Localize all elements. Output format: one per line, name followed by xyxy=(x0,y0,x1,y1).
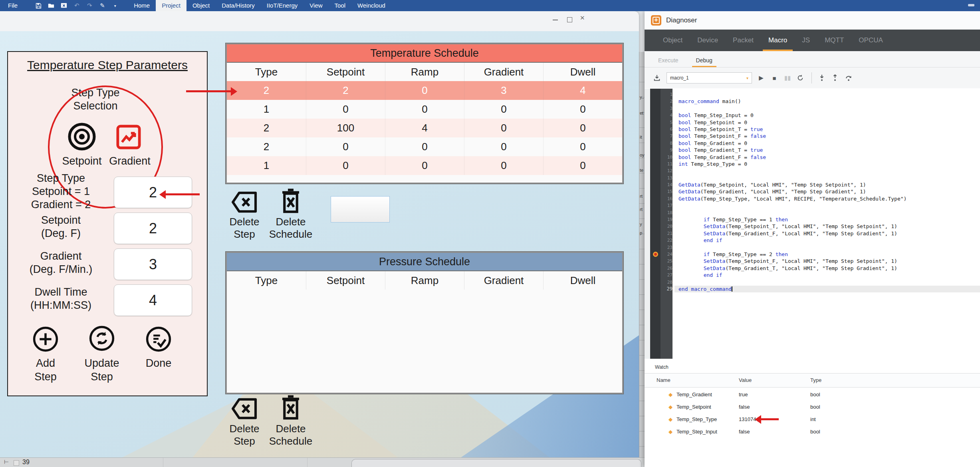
breakpoint-cell[interactable] xyxy=(650,279,661,286)
import-macro-icon[interactable] xyxy=(653,74,661,81)
code-line[interactable]: 7bool Temp_Setpoint_F = false xyxy=(645,133,980,139)
code-line[interactable]: 16GetData(Temp_Step_Type, "Local HMI", R… xyxy=(645,195,980,202)
code-line[interactable]: 12 xyxy=(645,167,980,174)
ribbon-tab-project[interactable]: Project xyxy=(156,0,186,11)
breakpoint-cell[interactable] xyxy=(650,223,661,230)
code-line[interactable]: 14GetData(Temp_Setpoint, "Local HMI", "T… xyxy=(645,181,980,188)
code-line[interactable]: 20 SetData(Temp_Setpoint_T, "Local HMI",… xyxy=(645,223,980,230)
subtab-execute[interactable]: Execute xyxy=(658,57,678,67)
code-line[interactable]: 22 end if xyxy=(645,237,980,244)
play-icon[interactable]: ▶ xyxy=(757,74,765,81)
code-line[interactable]: 3 xyxy=(645,105,980,112)
breakpoint-cell[interactable] xyxy=(650,161,661,167)
table-row[interactable]: 10000 xyxy=(227,100,622,119)
breakpoint-cell[interactable] xyxy=(650,112,661,119)
code-line[interactable]: 26 SetData(Temp_Gradient_T, "Local HMI",… xyxy=(645,265,980,272)
window-maximize-button[interactable] xyxy=(567,17,572,22)
code-line[interactable]: 4bool Temp_Step_Input = 0 xyxy=(645,112,980,119)
watch-row-temp-step-type[interactable]: ◆Temp_Step_Type131074int xyxy=(645,413,980,425)
undo-icon[interactable]: ↶ xyxy=(73,2,81,10)
code-line[interactable]: 13 xyxy=(645,175,980,181)
setpoint-input[interactable]: 2 xyxy=(114,213,192,244)
code-line[interactable]: 11int Temp_Step_Type = 0 xyxy=(645,161,980,167)
step-over-icon[interactable] xyxy=(845,74,853,81)
breakpoint-cell[interactable] xyxy=(650,265,661,272)
delete-step-icon[interactable] xyxy=(230,397,259,420)
watch-row-temp-setpoint[interactable]: ◆Temp_Setpointfalsebool xyxy=(645,401,980,413)
code-line[interactable]: 24 if Temp_Step_Type == 2 then xyxy=(645,251,980,258)
export-icon[interactable] xyxy=(60,2,68,10)
tab-device[interactable]: Device xyxy=(697,30,718,51)
done-icon[interactable] xyxy=(145,326,172,352)
code-line[interactable]: 29end macro_command xyxy=(645,286,980,292)
redo-icon[interactable]: ↷ xyxy=(85,2,93,10)
code-line[interactable]: 15GetData(Temp_Gradient, "Local HMI", "T… xyxy=(645,188,980,195)
breakpoint-cell[interactable] xyxy=(650,140,661,147)
tab-mqtt[interactable]: MQTT xyxy=(825,30,844,51)
tab-opcua[interactable]: OPCUA xyxy=(859,30,883,51)
code-line[interactable]: 25 SetData(Temp_Setpoint_F, "Local HMI",… xyxy=(645,258,980,264)
subtab-debug[interactable]: Debug xyxy=(696,57,712,67)
code-line[interactable]: 23 xyxy=(645,244,980,251)
code-line[interactable]: 1 xyxy=(645,91,980,98)
macro-code-editor[interactable]: 12macro_command main()34bool Temp_Step_I… xyxy=(645,89,980,359)
breakpoint-cell[interactable] xyxy=(650,167,661,174)
tab-packet[interactable]: Packet xyxy=(733,30,754,51)
breakpoint-cell[interactable] xyxy=(650,126,661,133)
breakpoint-cell[interactable] xyxy=(650,230,661,237)
breakpoint-cell[interactable] xyxy=(650,181,661,188)
code-line[interactable]: 5bool Temp_Setpoint = 0 xyxy=(645,119,980,126)
tab-js[interactable]: JS xyxy=(802,30,810,51)
breakpoint-cell[interactable] xyxy=(650,105,661,112)
code-line[interactable]: 6bool Temp_Setpoint_T = true xyxy=(645,126,980,133)
breakpoint-cell[interactable] xyxy=(650,258,661,264)
breakpoint-cell[interactable] xyxy=(650,209,661,216)
breakpoint-cell[interactable] xyxy=(650,202,661,209)
code-line[interactable]: 28 xyxy=(645,279,980,286)
breakpoint-cell[interactable] xyxy=(650,98,661,105)
code-line[interactable]: 8bool Temp_Gradient = 0 xyxy=(645,140,980,147)
breakpoint-cell[interactable] xyxy=(650,154,661,161)
breakpoint-cell[interactable] xyxy=(650,133,661,139)
breakpoint-cell[interactable] xyxy=(650,272,661,278)
code-line[interactable]: 18 xyxy=(645,209,980,216)
window-close-button[interactable]: ✕ xyxy=(580,14,585,22)
ribbon-tab-data-history[interactable]: Data/History xyxy=(216,0,261,11)
ribbon-tab-view[interactable]: View xyxy=(304,0,328,11)
table-row[interactable]: 22034 xyxy=(227,81,622,100)
delete-schedule-icon[interactable] xyxy=(280,394,302,421)
setpoint-bullseye-icon[interactable] xyxy=(67,122,96,151)
step-into-icon[interactable] xyxy=(819,74,827,81)
breakpoint-cell[interactable] xyxy=(650,237,661,244)
tab-object[interactable]: Object xyxy=(663,30,682,51)
macro-select[interactable]: macro_1 ▾ xyxy=(667,72,752,83)
breakpoint-cell[interactable] xyxy=(650,91,661,98)
pause-icon[interactable]: ▮▮ xyxy=(784,74,792,81)
code-line[interactable]: 27 end if xyxy=(645,272,980,278)
breakpoint-cell[interactable] xyxy=(650,175,661,181)
table-row[interactable]: 20000 xyxy=(227,137,622,156)
update-step-icon[interactable] xyxy=(89,325,115,352)
tab-macro[interactable]: Macro xyxy=(768,30,787,51)
breakpoint-cell[interactable] xyxy=(650,147,661,153)
stop-icon[interactable]: ■ xyxy=(770,75,778,81)
breakpoint-cell[interactable] xyxy=(650,195,661,202)
step-type-input[interactable]: 2 xyxy=(114,177,192,208)
step-out-icon[interactable] xyxy=(832,74,840,81)
minimize-ribbon-icon[interactable] xyxy=(968,4,974,6)
table-row[interactable]: 2100400 xyxy=(227,119,622,137)
delete-step-icon[interactable] xyxy=(230,191,259,213)
window-tab-icon[interactable] xyxy=(14,460,19,466)
breakpoint-cell[interactable] xyxy=(650,251,661,258)
code-line[interactable]: 9bool Temp_Gradient_T = true xyxy=(645,147,980,153)
save-icon[interactable] xyxy=(34,2,42,10)
breakpoint-cell[interactable] xyxy=(650,244,661,251)
ribbon-tab-home[interactable]: Home xyxy=(128,0,156,11)
code-line[interactable]: 2macro_command main() xyxy=(645,98,980,105)
gradient-chart-icon[interactable] xyxy=(116,125,141,149)
empty-input-box[interactable] xyxy=(331,196,390,223)
breakpoint-cell[interactable] xyxy=(650,188,661,195)
breakpoint-icon[interactable] xyxy=(653,252,658,257)
file-menu[interactable]: File xyxy=(0,0,26,11)
code-line[interactable]: 10bool Temp_Gradient_F = false xyxy=(645,154,980,161)
